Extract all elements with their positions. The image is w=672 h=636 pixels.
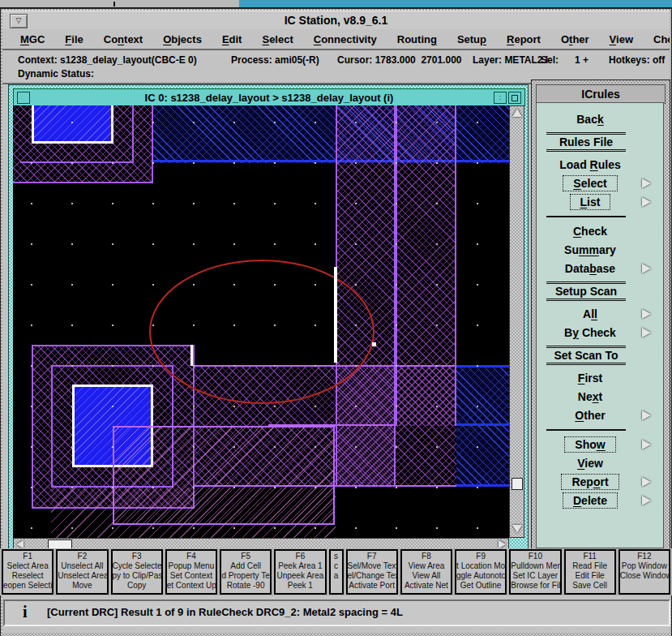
- info-icon: i: [23, 603, 28, 621]
- palette-item-all[interactable]: All: [545, 305, 636, 323]
- app-title: IC Station, v8.9_6.1: [2, 14, 670, 27]
- palette-item-by-check[interactable]: By Check: [545, 324, 636, 342]
- context-status: Context: s1238_delay_layout(CBC-E 0): [18, 54, 197, 66]
- fkey-narrow[interactable]: sca: [329, 549, 344, 595]
- menu-item-other[interactable]: Other: [561, 33, 589, 45]
- layout-window: IC 0: s1238_delay_layout > s1238_delay_l…: [8, 84, 529, 553]
- fkey-f10[interactable]: F10Pulldown MenuSet IC LayerBrowse for F…: [509, 549, 561, 595]
- drc-result-ellipse: [149, 260, 375, 404]
- message-bar: i [Current DRC] Result 1 of 9 in RuleChe…: [3, 599, 670, 626]
- palette-item-summary[interactable]: Summary: [545, 241, 636, 259]
- palette-item-delete[interactable]: Delete: [545, 492, 636, 509]
- fkey-f2[interactable]: F2Unselect AllUnselect AreaMove: [56, 549, 108, 595]
- menu-item-context[interactable]: Context: [104, 33, 143, 45]
- submenu-arrow-icon: [642, 309, 651, 319]
- palette-item-back[interactable]: Back: [545, 110, 636, 128]
- layer-status: Layer: METAL2.I: [473, 54, 548, 66]
- submenu-arrow-icon: [642, 477, 651, 487]
- palette-body: BackRules FileLoad RulesSelectListCheckS…: [536, 102, 664, 548]
- palette-section-setup-scan: Setup Scan: [546, 281, 626, 301]
- palette-item-view[interactable]: View: [545, 454, 636, 472]
- submenu-arrow-icon: [642, 197, 651, 207]
- menu-item-edit[interactable]: Edit: [222, 33, 242, 45]
- palette-separator: [546, 429, 626, 431]
- palette-item-show[interactable]: Show: [545, 436, 636, 453]
- palette-item-report[interactable]: Report: [545, 473, 636, 491]
- submenu-arrow-icon: [642, 328, 651, 337]
- fkey-f6[interactable]: F6Peek Area 1Unpeek AreaPeek 1: [274, 549, 326, 595]
- submenu-arrow-icon: [642, 178, 651, 188]
- menu-item-objects[interactable]: Objects: [163, 33, 202, 45]
- screen: ▽ IC Station, v8.9_6.1 MGCFileContextObj…: [0, 0, 672, 636]
- menu-item-setup[interactable]: Setup: [457, 33, 486, 45]
- fkey-f11[interactable]: F11Read FileEdit FileSave Cell: [564, 549, 616, 595]
- scroll-up-icon[interactable]: [512, 109, 522, 117]
- palette-item-list[interactable]: List: [545, 193, 636, 211]
- menu-item-mgc[interactable]: MGC: [20, 33, 45, 45]
- menu-item-routing[interactable]: Routing: [397, 33, 437, 45]
- menu-item-file[interactable]: File: [65, 33, 83, 45]
- fkey-f5[interactable]: F5Add Celld Property TeRotate -90: [220, 549, 272, 595]
- vertical-scroll-thumb[interactable]: [511, 478, 523, 490]
- scroll-down-icon[interactable]: [512, 525, 522, 533]
- desktop-strip-teal: [239, 0, 672, 7]
- submenu-arrow-icon: [642, 410, 651, 420]
- process-status: Process: ami05(-R): [231, 54, 319, 66]
- icrules-palette: ICrules BackRules FileLoad RulesSelectLi…: [531, 80, 670, 555]
- vertical-scrollbar[interactable]: [509, 105, 524, 538]
- desktop-strip: [0, 0, 672, 8]
- message-text: [Current DRC] Result 1 of 9 in RuleCheck…: [47, 606, 403, 618]
- desktop-strip-tick: [113, 2, 115, 6]
- selected-edge-white: [334, 267, 337, 363]
- sel-status: Sel: 1 +: [541, 54, 589, 66]
- palette-item-database[interactable]: Database: [545, 260, 636, 277]
- menu-item-select[interactable]: Select: [262, 33, 293, 45]
- scroll-right-icon[interactable]: [499, 540, 506, 548]
- palette-item-check[interactable]: Check: [545, 222, 636, 240]
- fkey-f3[interactable]: F3Cycle Selectedpy to Clip/PasCopy: [111, 549, 163, 595]
- hotkeys-status: Hotkeys: off: [609, 54, 665, 66]
- palette-item-next[interactable]: Next: [545, 388, 636, 406]
- layout-window-minimize-icon[interactable]: :: [494, 92, 507, 104]
- dynamic-status: Dynamic Status:: [18, 68, 94, 80]
- fkey-f12[interactable]: F12Pop WindowClose Window: [618, 549, 670, 595]
- submenu-arrow-icon: [642, 496, 651, 505]
- fkey-f8[interactable]: F8View AreaView AllActivate Net: [400, 549, 452, 595]
- fkey-f9[interactable]: F9t Location Moggle AutonotcGet Outline: [455, 549, 507, 595]
- palette-item-select[interactable]: Select: [545, 174, 636, 192]
- menu-item-checking[interactable]: Checking: [653, 33, 670, 45]
- palette-item-other[interactable]: Other: [545, 406, 636, 424]
- scroll-left-icon[interactable]: [16, 540, 24, 548]
- palette-item-load-rules[interactable]: Load Rules: [545, 156, 636, 174]
- palette-item-first[interactable]: First: [545, 369, 636, 387]
- layout-window-title: IC 0: s1238_delay_layout > s1238_delay_l…: [14, 92, 524, 104]
- menu-item-view[interactable]: View: [610, 33, 633, 45]
- palette-section-rules-file: Rules File: [546, 132, 626, 152]
- vertex-marker: [372, 342, 376, 346]
- palette-separator: [546, 216, 626, 217]
- function-key-bar: F1Select AreaReselecteopen SelectioF2Uns…: [0, 548, 672, 595]
- layout-window-maximize-icon[interactable]: [508, 92, 521, 104]
- menu-item-report[interactable]: Report: [507, 33, 541, 45]
- fkey-f1[interactable]: F1Select AreaReselecteopen Selectio: [2, 549, 54, 595]
- layout-canvas[interactable]: [13, 105, 509, 538]
- cursor-status: Cursor: 1783.000 2701.000: [337, 54, 461, 66]
- palette-title[interactable]: ICrules: [536, 84, 666, 104]
- menu-item-connectivity[interactable]: Connectivity: [314, 33, 377, 45]
- menubar: MGCFileContextObjectsEditSelectConnectiv…: [2, 29, 670, 50]
- fkey-f4[interactable]: F4Popup MenuSet Contextet Context Up: [165, 549, 217, 595]
- layout-window-titlebar[interactable]: IC 0: s1238_delay_layout > s1238_delay_l…: [13, 88, 525, 106]
- fkey-f7[interactable]: F7Sel/Move Textel/Change TexActivate Por…: [346, 549, 398, 595]
- palette-section-set-scan-to: Set Scan To: [546, 346, 626, 365]
- submenu-arrow-icon: [642, 264, 651, 273]
- submenu-arrow-icon: [642, 440, 651, 449]
